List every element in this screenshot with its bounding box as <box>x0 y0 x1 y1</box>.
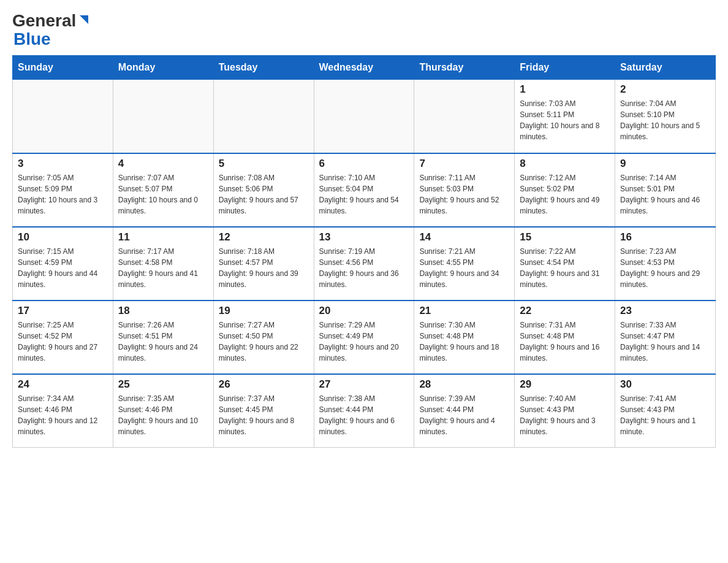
day-number: 21 <box>419 305 509 317</box>
day-info: Sunrise: 7:15 AMSunset: 4:59 PMDaylight:… <box>18 246 108 290</box>
header-tuesday: Tuesday <box>213 56 314 80</box>
day-info: Sunrise: 7:33 AMSunset: 4:47 PMDaylight:… <box>620 320 710 364</box>
day-cell: 8Sunrise: 7:12 AMSunset: 5:02 PMDaylight… <box>515 153 615 227</box>
week-row-1: 1Sunrise: 7:03 AMSunset: 5:11 PMDaylight… <box>13 80 716 153</box>
day-cell <box>414 80 515 153</box>
calendar-table: SundayMondayTuesdayWednesdayThursdayFrid… <box>12 55 716 448</box>
day-cell: 1Sunrise: 7:03 AMSunset: 5:11 PMDaylight… <box>515 80 615 153</box>
day-info: Sunrise: 7:11 AMSunset: 5:03 PMDaylight:… <box>419 172 509 216</box>
day-cell <box>113 80 213 153</box>
week-row-5: 24Sunrise: 7:34 AMSunset: 4:46 PMDayligh… <box>13 374 716 448</box>
day-info: Sunrise: 7:10 AMSunset: 5:04 PMDaylight:… <box>319 172 409 216</box>
day-number: 11 <box>118 231 208 243</box>
day-info: Sunrise: 7:37 AMSunset: 4:45 PMDaylight:… <box>219 393 309 437</box>
logo: General Blue <box>12 12 91 49</box>
day-cell: 20Sunrise: 7:29 AMSunset: 4:49 PMDayligh… <box>314 301 414 374</box>
day-cell: 18Sunrise: 7:26 AMSunset: 4:51 PMDayligh… <box>113 301 213 374</box>
logo-icon <box>76 13 91 26</box>
day-cell <box>213 80 314 153</box>
day-info: Sunrise: 7:04 AMSunset: 5:10 PMDaylight:… <box>620 98 710 142</box>
day-cell: 28Sunrise: 7:39 AMSunset: 4:44 PMDayligh… <box>414 374 515 448</box>
day-cell: 19Sunrise: 7:27 AMSunset: 4:50 PMDayligh… <box>213 301 314 374</box>
day-number: 9 <box>620 158 710 170</box>
header-saturday: Saturday <box>615 56 716 80</box>
header-friday: Friday <box>515 56 615 80</box>
header-monday: Monday <box>113 56 213 80</box>
day-number: 27 <box>319 378 409 391</box>
day-info: Sunrise: 7:27 AMSunset: 4:50 PMDaylight:… <box>219 320 309 364</box>
day-cell: 29Sunrise: 7:40 AMSunset: 4:43 PMDayligh… <box>515 374 615 448</box>
day-cell: 21Sunrise: 7:30 AMSunset: 4:48 PMDayligh… <box>414 301 515 374</box>
day-number: 1 <box>520 83 610 96</box>
day-cell <box>314 80 414 153</box>
day-info: Sunrise: 7:23 AMSunset: 4:53 PMDaylight:… <box>620 246 710 290</box>
day-cell: 27Sunrise: 7:38 AMSunset: 4:44 PMDayligh… <box>314 374 414 448</box>
day-number: 16 <box>620 231 710 243</box>
day-info: Sunrise: 7:40 AMSunset: 4:43 PMDaylight:… <box>520 393 610 437</box>
day-info: Sunrise: 7:41 AMSunset: 4:43 PMDaylight:… <box>620 393 710 437</box>
day-number: 4 <box>118 158 208 170</box>
day-number: 19 <box>219 305 309 317</box>
day-info: Sunrise: 7:18 AMSunset: 4:57 PMDaylight:… <box>219 246 309 290</box>
day-number: 15 <box>520 231 610 243</box>
day-number: 7 <box>419 158 509 170</box>
day-cell: 23Sunrise: 7:33 AMSunset: 4:47 PMDayligh… <box>615 301 716 374</box>
day-number: 20 <box>319 305 409 317</box>
day-number: 10 <box>18 231 108 243</box>
logo-general-text: General <box>12 11 76 30</box>
logo-text: General <box>12 12 91 29</box>
day-info: Sunrise: 7:31 AMSunset: 4:48 PMDaylight:… <box>520 320 610 364</box>
day-number: 22 <box>520 305 610 317</box>
day-number: 29 <box>520 378 610 391</box>
day-number: 13 <box>319 231 409 243</box>
header-sunday: Sunday <box>13 56 113 80</box>
day-cell: 16Sunrise: 7:23 AMSunset: 4:53 PMDayligh… <box>615 227 716 301</box>
day-cell: 17Sunrise: 7:25 AMSunset: 4:52 PMDayligh… <box>13 301 113 374</box>
day-cell: 25Sunrise: 7:35 AMSunset: 4:46 PMDayligh… <box>113 374 213 448</box>
day-cell: 22Sunrise: 7:31 AMSunset: 4:48 PMDayligh… <box>515 301 615 374</box>
day-cell: 15Sunrise: 7:22 AMSunset: 4:54 PMDayligh… <box>515 227 615 301</box>
day-number: 8 <box>520 158 610 170</box>
day-info: Sunrise: 7:34 AMSunset: 4:46 PMDaylight:… <box>18 393 108 437</box>
day-number: 18 <box>118 305 208 317</box>
day-cell: 13Sunrise: 7:19 AMSunset: 4:56 PMDayligh… <box>314 227 414 301</box>
week-row-3: 10Sunrise: 7:15 AMSunset: 4:59 PMDayligh… <box>13 227 716 301</box>
day-info: Sunrise: 7:07 AMSunset: 5:07 PMDaylight:… <box>118 172 208 216</box>
day-info: Sunrise: 7:39 AMSunset: 4:44 PMDaylight:… <box>419 393 509 437</box>
day-cell: 3Sunrise: 7:05 AMSunset: 5:09 PMDaylight… <box>13 153 113 227</box>
day-cell: 12Sunrise: 7:18 AMSunset: 4:57 PMDayligh… <box>213 227 314 301</box>
day-cell: 14Sunrise: 7:21 AMSunset: 4:55 PMDayligh… <box>414 227 515 301</box>
day-cell: 11Sunrise: 7:17 AMSunset: 4:58 PMDayligh… <box>113 227 213 301</box>
logo-blue-text: Blue <box>13 29 51 49</box>
day-info: Sunrise: 7:21 AMSunset: 4:55 PMDaylight:… <box>419 246 509 290</box>
day-number: 3 <box>18 158 108 170</box>
header-wednesday: Wednesday <box>314 56 414 80</box>
day-info: Sunrise: 7:26 AMSunset: 4:51 PMDaylight:… <box>118 320 208 364</box>
day-cell: 30Sunrise: 7:41 AMSunset: 4:43 PMDayligh… <box>615 374 716 448</box>
day-number: 25 <box>118 378 208 391</box>
day-number: 24 <box>18 378 108 391</box>
day-number: 6 <box>319 158 409 170</box>
day-info: Sunrise: 7:05 AMSunset: 5:09 PMDaylight:… <box>18 172 108 216</box>
day-cell: 10Sunrise: 7:15 AMSunset: 4:59 PMDayligh… <box>13 227 113 301</box>
day-cell: 6Sunrise: 7:10 AMSunset: 5:04 PMDaylight… <box>314 153 414 227</box>
day-info: Sunrise: 7:35 AMSunset: 4:46 PMDaylight:… <box>118 393 208 437</box>
page-header: General Blue <box>12 12 716 49</box>
day-cell: 9Sunrise: 7:14 AMSunset: 5:01 PMDaylight… <box>615 153 716 227</box>
week-row-2: 3Sunrise: 7:05 AMSunset: 5:09 PMDaylight… <box>13 153 716 227</box>
day-number: 5 <box>219 158 309 170</box>
day-info: Sunrise: 7:19 AMSunset: 4:56 PMDaylight:… <box>319 246 409 290</box>
day-number: 23 <box>620 305 710 317</box>
day-info: Sunrise: 7:03 AMSunset: 5:11 PMDaylight:… <box>520 98 610 142</box>
day-info: Sunrise: 7:14 AMSunset: 5:01 PMDaylight:… <box>620 172 710 216</box>
day-info: Sunrise: 7:08 AMSunset: 5:06 PMDaylight:… <box>219 172 309 216</box>
day-number: 2 <box>620 83 710 96</box>
day-cell: 2Sunrise: 7:04 AMSunset: 5:10 PMDaylight… <box>615 80 716 153</box>
day-info: Sunrise: 7:38 AMSunset: 4:44 PMDaylight:… <box>319 393 409 437</box>
day-cell: 26Sunrise: 7:37 AMSunset: 4:45 PMDayligh… <box>213 374 314 448</box>
weekday-header-row: SundayMondayTuesdayWednesdayThursdayFrid… <box>13 56 716 80</box>
day-info: Sunrise: 7:22 AMSunset: 4:54 PMDaylight:… <box>520 246 610 290</box>
day-cell: 5Sunrise: 7:08 AMSunset: 5:06 PMDaylight… <box>213 153 314 227</box>
day-info: Sunrise: 7:29 AMSunset: 4:49 PMDaylight:… <box>319 320 409 364</box>
header-thursday: Thursday <box>414 56 515 80</box>
